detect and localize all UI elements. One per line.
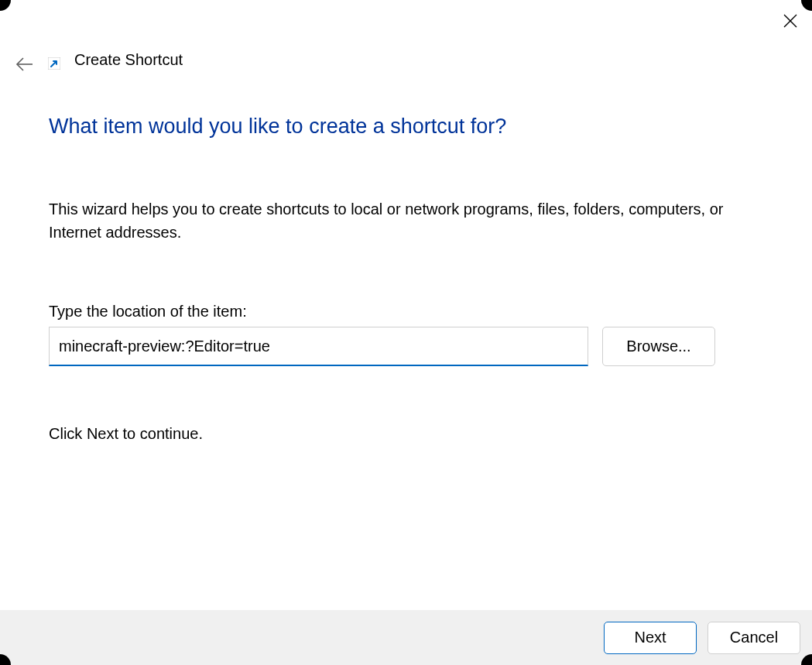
back-button[interactable]: [11, 51, 39, 79]
arrow-left-icon: [15, 54, 35, 77]
next-button[interactable]: Next: [604, 622, 697, 654]
close-icon: [783, 14, 797, 30]
wizard-description: This wizard helps you to create shortcut…: [49, 197, 761, 244]
page-heading: What item would you like to create a sho…: [49, 115, 763, 139]
continue-instruction: Click Next to continue.: [49, 425, 763, 443]
wizard-title: Create Shortcut: [74, 51, 183, 69]
wizard-footer: Next Cancel: [0, 610, 812, 665]
close-button[interactable]: [779, 11, 801, 33]
shortcut-overlay-icon: [48, 57, 60, 70]
location-field-label: Type the location of the item:: [49, 303, 763, 321]
location-input[interactable]: [49, 327, 588, 366]
browse-button[interactable]: Browse...: [602, 327, 715, 366]
cancel-button[interactable]: Cancel: [708, 622, 800, 654]
